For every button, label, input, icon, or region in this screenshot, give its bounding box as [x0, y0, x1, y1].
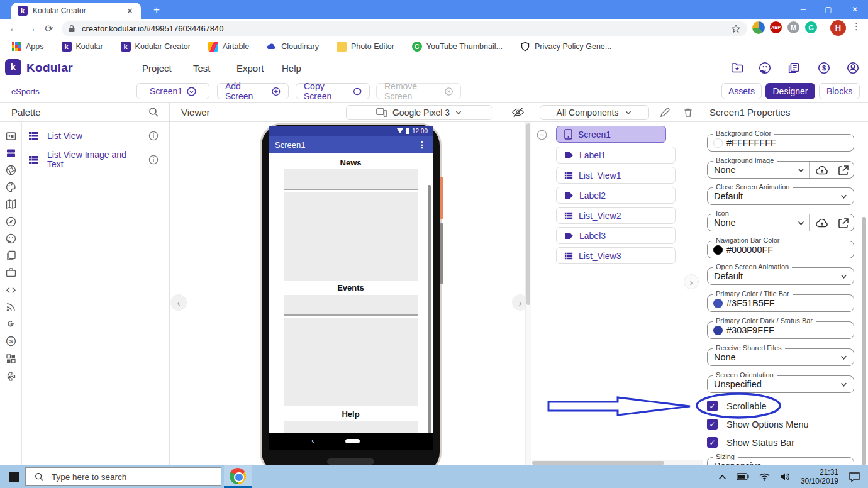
screen-select-button[interactable]: Screen1 [136, 83, 209, 99]
menu-test[interactable]: Test [193, 63, 211, 74]
palette-icon[interactable] [0, 179, 21, 195]
list-view1-component-row[interactable] [284, 169, 418, 190]
list-view3-component[interactable] [284, 421, 418, 433]
field-screen-orientation[interactable]: Screen Orientation Unspecified [707, 375, 854, 393]
field-primary-color-dark[interactable]: Primary Color Dark / Status Bar #303F9FF… [707, 321, 854, 339]
upload-cloud-icon[interactable] [816, 217, 828, 230]
palette-item-list-view[interactable]: List View [22, 127, 170, 145]
tray-battery-icon[interactable] [737, 473, 749, 480]
tree-node-list-view3[interactable]: List_View3 [556, 247, 676, 264]
window-maximize-button[interactable]: ▢ [815, 0, 842, 19]
rss-icon[interactable] [0, 299, 21, 315]
project-folder-icon[interactable] [730, 61, 744, 75]
eye-off-icon[interactable] [511, 106, 525, 118]
bookmark-kodular[interactable]: k Kodular [62, 42, 103, 52]
briefcase-icon[interactable] [0, 264, 21, 280]
copy-pages-icon[interactable] [0, 247, 21, 263]
show-options-menu-checkbox[interactable]: ✓ [707, 419, 718, 430]
g-letter-icon[interactable] [0, 316, 21, 332]
open-external-icon[interactable] [837, 164, 850, 177]
map-icon[interactable] [0, 196, 21, 212]
taskbar-clock[interactable]: 21:31 30/10/2019 [801, 468, 838, 485]
kodular-logo-icon[interactable]: k [5, 59, 21, 75]
delete-trash-icon[interactable] [682, 107, 694, 118]
profile-avatar[interactable]: H [830, 20, 846, 36]
search-icon[interactable] [148, 107, 159, 118]
device-selector[interactable]: Google Pixel 3 [346, 105, 492, 120]
shutter-icon[interactable] [0, 162, 21, 178]
list-view1-component[interactable] [284, 192, 418, 281]
add-screen-button[interactable]: Add Screen [217, 83, 289, 99]
label2-component[interactable]: Events [269, 283, 433, 292]
blocks-button[interactable]: Blocks [819, 83, 860, 99]
tab-close-icon[interactable]: ✕ [124, 6, 136, 16]
tray-expand-chevron-icon[interactable] [718, 474, 726, 480]
field-background-image[interactable]: Background Image None [707, 161, 854, 179]
bookmark-youtube-thumbnail[interactable]: C YouTube Thumbnail... [412, 42, 503, 52]
forward-button[interactable]: → [23, 23, 40, 34]
list-view2-component-row[interactable] [284, 295, 418, 316]
color-swatch[interactable] [713, 326, 723, 335]
info-icon[interactable] [148, 155, 159, 165]
label3-component[interactable]: Help [269, 409, 433, 419]
windows-start-icon[interactable] [9, 472, 19, 482]
field-icon[interactable]: Icon None [707, 214, 854, 231]
rename-pencil-icon[interactable] [659, 107, 670, 118]
mega-extension-icon[interactable]: M [787, 21, 799, 33]
color-swatch[interactable] [713, 299, 723, 308]
viewer-scrollbar-thumb[interactable] [526, 123, 530, 305]
show-status-bar-checkbox[interactable]: ✓ [707, 437, 718, 448]
taskbar-search-box[interactable]: Type here to search [25, 467, 221, 486]
chart-frame-icon[interactable] [0, 128, 21, 144]
bookmark-kodular-creator[interactable]: k Kodular Creator [121, 42, 191, 52]
compass-icon[interactable] [0, 213, 21, 230]
puzzle-icon[interactable] [0, 367, 21, 384]
info-icon[interactable] [148, 131, 159, 141]
components-h-scrollbar[interactable] [532, 460, 703, 465]
window-close-button[interactable]: ✕ [842, 0, 868, 19]
community-face-icon[interactable] [758, 61, 772, 75]
tree-node-label2[interactable]: Label2 [556, 187, 676, 204]
field-open-screen-animation[interactable]: Open Screen Animation Default [707, 267, 854, 285]
taskbar-chrome-button[interactable]: H [224, 465, 252, 488]
properties-scrollbar-thumb[interactable] [862, 217, 866, 465]
layout-list-icon[interactable] [0, 145, 21, 161]
open-external-icon[interactable] [837, 217, 850, 230]
dollar-icon[interactable]: $ [0, 333, 21, 349]
designer-button[interactable]: Designer [765, 83, 815, 99]
menu-project[interactable]: Project [142, 63, 172, 74]
viewer-scrollbar[interactable] [525, 122, 531, 465]
menu-help[interactable]: Help [282, 63, 301, 74]
documentation-icon[interactable] [787, 61, 801, 75]
bookmark-privacy-policy[interactable]: Privacy Policy Gene... [520, 42, 611, 52]
field-receive-shared-files[interactable]: Receive Shared Files None [707, 348, 854, 366]
list-view2-component[interactable] [284, 318, 418, 406]
options-menu-icon[interactable]: ⋮ [418, 140, 426, 150]
bookmark-photo-editor[interactable]: Photo Editor [337, 42, 394, 52]
components-filter-dropdown[interactable]: All Components [540, 105, 649, 120]
reload-button[interactable]: ⟳ [40, 23, 58, 35]
code-icon[interactable] [0, 282, 21, 298]
components-h-scrollbar-thumb[interactable] [532, 461, 664, 465]
tree-node-label3[interactable]: Label3 [556, 227, 676, 244]
action-center-icon[interactable] [849, 472, 860, 482]
monetization-icon[interactable]: $ [817, 61, 831, 75]
abp-extension-icon[interactable]: ABP [770, 21, 782, 33]
field-navigation-bar-color[interactable]: Navigation Bar Color #000000FF [707, 241, 854, 258]
color-swatch[interactable] [713, 245, 723, 255]
new-tab-button[interactable]: + [148, 3, 165, 17]
account-icon[interactable] [846, 61, 860, 75]
bookmark-cloudinary[interactable]: Cloudinary [267, 42, 319, 52]
copy-screen-button[interactable]: Copy Screen [296, 83, 370, 99]
address-bar[interactable]: creator.kodular.io/#4995176034467840 [62, 21, 747, 36]
assets-button[interactable]: Assets [721, 83, 762, 99]
menu-export[interactable]: Export [236, 63, 264, 74]
upload-cloud-icon[interactable] [816, 164, 828, 177]
tree-node-list-view2[interactable]: List_View2 [556, 207, 676, 224]
back-button[interactable]: ← [5, 23, 23, 34]
tree-node-list-view1[interactable]: List_View1 [556, 167, 676, 184]
field-primary-color[interactable]: Primary Color / Title Bar #3F51B5FF [707, 294, 854, 312]
tray-wifi-icon[interactable] [759, 473, 770, 481]
project-name[interactable]: eSports [11, 87, 40, 96]
browser-tab[interactable]: k Kodular Creator ✕ [11, 3, 141, 19]
